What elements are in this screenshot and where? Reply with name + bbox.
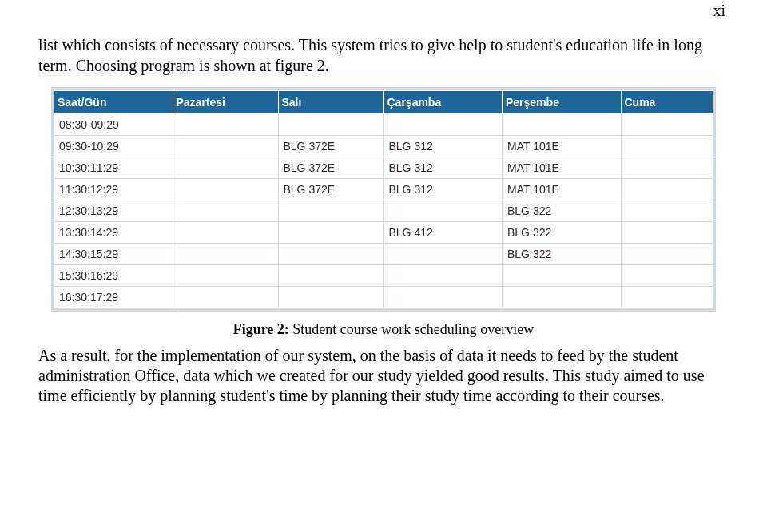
cell xyxy=(384,244,503,265)
cell xyxy=(278,200,384,222)
figure-caption-text: Student course work scheduling overview xyxy=(292,321,534,337)
cell xyxy=(173,222,278,244)
cell xyxy=(278,287,384,308)
cell xyxy=(621,244,713,265)
cell xyxy=(173,244,278,265)
cell-time: 09:30-10:29 xyxy=(54,136,173,157)
table-row: 16:30:17:29 xyxy=(54,287,713,308)
cell-time: 16:30:17:29 xyxy=(54,287,173,308)
cell xyxy=(621,179,713,200)
cell: BLG 312 xyxy=(384,136,503,157)
cell xyxy=(173,200,278,222)
cell xyxy=(384,114,503,136)
col-mon: Pazartesi xyxy=(173,91,278,114)
intro-paragraph: list which consists of necessary courses… xyxy=(38,35,729,76)
cell-time: 11:30:12:29 xyxy=(54,179,173,200)
cell: BLG 412 xyxy=(384,222,503,244)
cell-time: 08:30-09:29 xyxy=(54,114,173,136)
table-row: 11:30:12:29 BLG 372E BLG 312 MAT 101E xyxy=(54,179,713,200)
cell: BLG 322 xyxy=(503,244,622,265)
table-row: 15:30:16:29 xyxy=(54,265,713,287)
table-row: 13:30:14:29 BLG 412 BLG 322 xyxy=(54,222,713,244)
col-wed: Çarşamba xyxy=(384,91,503,114)
cell xyxy=(621,200,713,222)
col-time: Saat/Gün xyxy=(54,91,173,114)
table-row: 09:30-10:29 BLG 372E BLG 312 MAT 101E xyxy=(54,136,713,157)
col-thu: Perşembe xyxy=(503,91,622,114)
cell: MAT 101E xyxy=(503,157,622,179)
figure-label: Figure 2: xyxy=(233,321,289,337)
table-row: 08:30-09:29 xyxy=(54,114,713,136)
cell xyxy=(278,265,384,287)
cell: BLG 372E xyxy=(278,136,384,157)
body-paragraph: As a result, for the implementation of o… xyxy=(38,346,729,406)
table-row: 12:30:13:29 BLG 322 xyxy=(54,200,713,222)
table-header-row: Saat/Gün Pazartesi Salı Çarşamba Perşemb… xyxy=(54,91,713,114)
cell-time: 13:30:14:29 xyxy=(54,222,173,244)
cell xyxy=(621,222,713,244)
cell xyxy=(621,114,713,136)
cell xyxy=(173,114,278,136)
cell: BLG 322 xyxy=(503,222,622,244)
cell xyxy=(621,287,713,308)
schedule-table-container: Saat/Gün Pazartesi Salı Çarşamba Perşemb… xyxy=(51,87,716,312)
cell xyxy=(173,157,278,179)
cell xyxy=(173,265,278,287)
cell xyxy=(621,265,713,287)
col-tue: Salı xyxy=(278,91,384,114)
cell-time: 12:30:13:29 xyxy=(54,200,173,222)
cell xyxy=(503,114,622,136)
page-number: xi xyxy=(713,2,725,20)
cell-time: 15:30:16:29 xyxy=(54,265,173,287)
cell xyxy=(384,200,503,222)
cell xyxy=(503,287,622,308)
cell-time: 14:30:15:29 xyxy=(54,244,173,265)
cell: BLG 312 xyxy=(384,179,503,200)
figure-caption: Figure 2: Student course work scheduling… xyxy=(38,321,729,338)
table-row: 10:30:11:29 BLG 372E BLG 312 MAT 101E xyxy=(54,157,713,179)
cell: BLG 312 xyxy=(384,157,503,179)
cell xyxy=(173,179,278,200)
cell: BLG 372E xyxy=(278,157,384,179)
cell xyxy=(173,136,278,157)
cell: BLG 372E xyxy=(278,179,384,200)
cell-time: 10:30:11:29 xyxy=(54,157,173,179)
cell xyxy=(621,136,713,157)
cell: BLG 322 xyxy=(503,200,622,222)
cell xyxy=(503,265,622,287)
cell xyxy=(621,157,713,179)
cell: MAT 101E xyxy=(503,136,622,157)
cell xyxy=(173,287,278,308)
cell xyxy=(384,265,503,287)
cell xyxy=(384,287,503,308)
cell: MAT 101E xyxy=(503,179,622,200)
cell xyxy=(278,114,384,136)
col-fri: Cuma xyxy=(621,91,713,114)
cell xyxy=(278,244,384,265)
schedule-table: Saat/Gün Pazartesi Salı Çarşamba Perşemb… xyxy=(54,90,713,308)
table-row: 14:30:15:29 BLG 322 xyxy=(54,244,713,265)
cell xyxy=(278,222,384,244)
